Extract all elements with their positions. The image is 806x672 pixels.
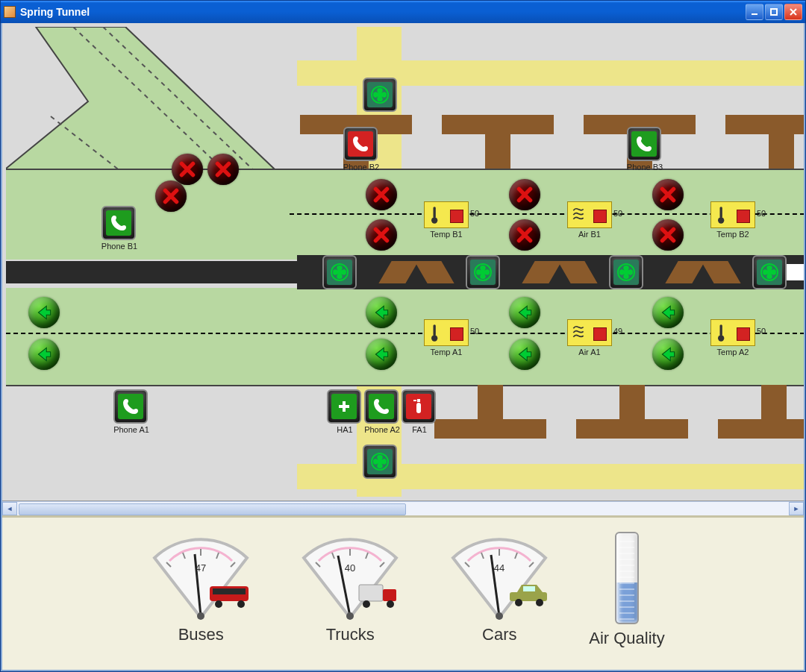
lane-closed-icon[interactable] bbox=[509, 219, 540, 251]
horizontal-scrollbar[interactable]: ◄ ► bbox=[2, 501, 804, 515]
phone-b2[interactable] bbox=[343, 127, 378, 161]
window-title: Spring Tunnel bbox=[20, 6, 746, 18]
lane-closed-icon[interactable] bbox=[172, 154, 203, 185]
svg-rect-0 bbox=[752, 13, 757, 15]
svg-rect-1 bbox=[771, 9, 777, 15]
svg-text:40: 40 bbox=[345, 562, 355, 574]
thermometer-icon bbox=[714, 323, 729, 342]
scroll-right-button[interactable]: ► bbox=[789, 502, 804, 515]
fa1[interactable] bbox=[402, 389, 436, 424]
minimize-icon bbox=[750, 7, 759, 16]
thermometer-icon bbox=[428, 205, 443, 224]
sensor-temp-a2-label: Temp A2 bbox=[703, 348, 763, 357]
titlebar[interactable]: Spring Tunnel bbox=[1, 1, 805, 23]
app-window: Spring Tunnel bbox=[0, 0, 806, 672]
phone-b2-label: Phone B2 bbox=[331, 163, 391, 172]
phone-b1[interactable] bbox=[101, 206, 136, 240]
fan-top[interactable] bbox=[363, 78, 397, 112]
lane-open-icon[interactable] bbox=[509, 297, 540, 328]
svg-point-43 bbox=[346, 612, 354, 620]
diagram-panel: Phone B1 Phone B2 Phone B3 Phone A1 HA1 bbox=[2, 23, 804, 501]
svg-point-23 bbox=[718, 335, 724, 341]
gauge-cars-label: Cars bbox=[440, 625, 559, 644]
gauge-buses[interactable]: 47 Buses bbox=[141, 536, 260, 644]
sensor-temp-b2[interactable] bbox=[710, 201, 755, 228]
gauge-buses-label: Buses bbox=[141, 625, 260, 644]
lane-closed-icon[interactable] bbox=[652, 179, 684, 210]
svg-point-21 bbox=[431, 335, 437, 341]
sensor-air-b1-value: 50 bbox=[613, 209, 622, 218]
sensor-temp-b1-label: Temp B1 bbox=[416, 230, 476, 239]
sensor-temp-b1[interactable] bbox=[424, 201, 469, 228]
content-area: Phone B1 Phone B2 Phone B3 Phone A1 HA1 bbox=[1, 23, 805, 671]
sensor-temp-a2[interactable] bbox=[710, 319, 755, 346]
lane-closed-icon[interactable] bbox=[155, 180, 187, 212]
sensor-air-a1-value: 49 bbox=[613, 327, 622, 336]
lane-closed-icon[interactable] bbox=[509, 179, 540, 210]
lane-open-icon[interactable] bbox=[652, 339, 684, 370]
phone-a1[interactable] bbox=[113, 389, 148, 424]
dashboard-panel: 47 Buses bbox=[2, 515, 804, 670]
scroll-track[interactable] bbox=[17, 503, 789, 515]
svg-rect-45 bbox=[383, 589, 396, 601]
fan-median-3[interactable] bbox=[609, 255, 643, 289]
bottom-structures bbox=[434, 385, 804, 439]
lane-closed-icon[interactable] bbox=[207, 154, 239, 185]
svg-point-17 bbox=[431, 217, 437, 223]
sensor-temp-a1[interactable] bbox=[424, 319, 469, 346]
phone-icon bbox=[635, 135, 653, 153]
lane-open-icon[interactable] bbox=[366, 297, 397, 328]
sensor-air-b1[interactable] bbox=[567, 201, 612, 228]
lane-open-icon[interactable] bbox=[652, 297, 684, 328]
phone-b1-label: Phone B1 bbox=[90, 242, 149, 251]
fan-bottom[interactable] bbox=[363, 445, 397, 479]
gauge-trucks[interactable]: 40 Trucks bbox=[290, 536, 410, 644]
lane-closed-icon[interactable] bbox=[652, 219, 684, 251]
fan-median-4[interactable] bbox=[752, 255, 787, 289]
lane-open-icon[interactable] bbox=[366, 339, 397, 370]
sensor-temp-a1-label: Temp A1 bbox=[416, 348, 476, 357]
minimize-button[interactable] bbox=[746, 4, 763, 20]
phone-icon bbox=[352, 135, 369, 153]
gauge-cars[interactable]: 44 Cars bbox=[440, 536, 559, 644]
lane-open-icon[interactable] bbox=[509, 339, 540, 370]
sensor-air-a1[interactable] bbox=[567, 319, 612, 346]
sensor-temp-b2-label: Temp B2 bbox=[703, 230, 763, 239]
svg-point-31 bbox=[197, 612, 204, 620]
phone-a2[interactable] bbox=[364, 389, 399, 424]
maximize-button[interactable] bbox=[765, 4, 783, 20]
gauge-trucks-label: Trucks bbox=[290, 625, 410, 644]
lane-closed-icon[interactable] bbox=[366, 179, 397, 210]
fa1-label: FA1 bbox=[390, 425, 449, 434]
air-quality-label: Air Quality bbox=[589, 629, 664, 648]
phone-icon bbox=[372, 398, 390, 415]
svg-point-58 bbox=[515, 599, 522, 606]
app-icon bbox=[4, 6, 16, 18]
tunnel-diagram[interactable]: Phone B1 Phone B2 Phone B3 Phone A1 HA1 bbox=[6, 27, 800, 497]
fan-icon bbox=[474, 263, 492, 281]
sensor-air-a1-label: Air A1 bbox=[560, 348, 619, 357]
fan-median-1[interactable] bbox=[322, 255, 357, 289]
ha1[interactable] bbox=[327, 389, 361, 424]
svg-point-55 bbox=[496, 612, 503, 620]
air-icon bbox=[571, 323, 586, 342]
scroll-thumb[interactable] bbox=[19, 503, 406, 515]
svg-rect-16 bbox=[434, 207, 436, 218]
phone-b3-label: Phone B3 bbox=[615, 163, 675, 172]
svg-point-59 bbox=[536, 599, 543, 606]
lane-closed-icon[interactable] bbox=[366, 219, 397, 251]
svg-rect-44 bbox=[359, 585, 383, 601]
fan-median-2[interactable] bbox=[466, 255, 500, 289]
sensor-temp-a1-value: 50 bbox=[470, 327, 479, 336]
scroll-left-button[interactable]: ◄ bbox=[2, 502, 17, 515]
air-icon bbox=[571, 205, 586, 224]
close-button[interactable] bbox=[784, 4, 802, 20]
lane-open-icon[interactable] bbox=[28, 297, 60, 328]
svg-text:44: 44 bbox=[494, 562, 504, 574]
svg-rect-18 bbox=[720, 207, 722, 218]
maximize-icon bbox=[769, 7, 778, 16]
lane-open-icon[interactable] bbox=[28, 339, 60, 370]
fan-icon bbox=[371, 86, 389, 104]
air-quality-meter[interactable]: Air Quality bbox=[589, 532, 664, 648]
phone-b3[interactable] bbox=[627, 127, 661, 161]
